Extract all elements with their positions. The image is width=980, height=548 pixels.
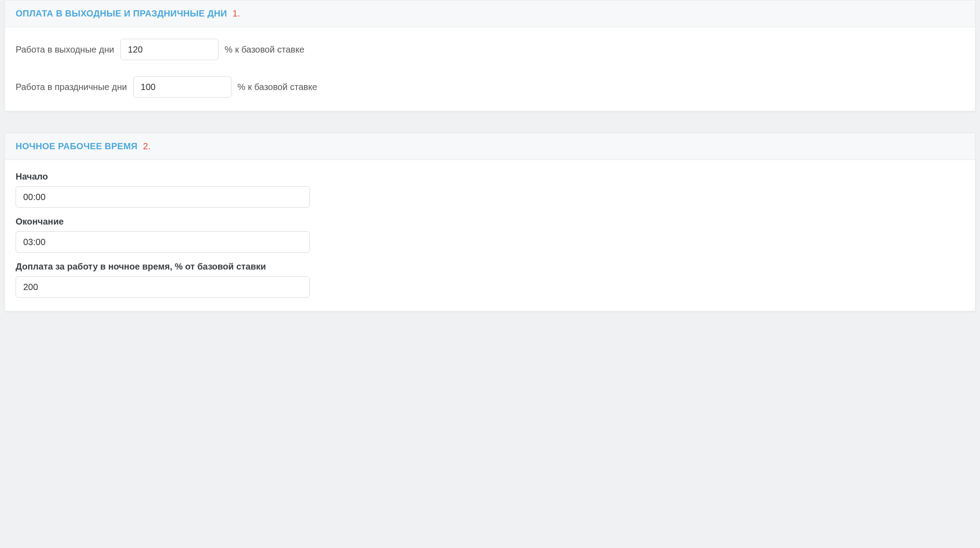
panel-body: Работа в выходные дни % к базовой ставке… <box>5 27 975 111</box>
weekend-pay-label: Работа в выходные дни <box>16 45 114 55</box>
night-end-label: Окончание <box>16 217 310 227</box>
night-end-input[interactable] <box>16 231 310 253</box>
annotation-marker: 1. <box>233 8 240 18</box>
panel-body: Начало Окончание Доплата за работу в ноч… <box>5 160 975 311</box>
weekend-holiday-pay-panel: ОПЛАТА В ВЫХОДНЫЕ И ПРАЗДНИЧНЫЕ ДНИ 1. Р… <box>4 0 976 111</box>
annotation-marker: 2. <box>143 141 151 151</box>
holiday-pay-suffix: % к базовой ставке <box>238 82 317 92</box>
night-surcharge-group: Доплата за работу в ночное время, % от б… <box>16 262 310 298</box>
weekend-pay-input[interactable] <box>120 39 218 60</box>
night-start-label: Начало <box>16 172 310 182</box>
night-end-group: Окончание <box>16 217 310 253</box>
night-start-input[interactable] <box>16 186 310 208</box>
panel-header: ОПЛАТА В ВЫХОДНЫЕ И ПРАЗДНИЧНЫЕ ДНИ 1. <box>5 0 975 27</box>
panel-header: НОЧНОЕ РАБОЧЕЕ ВРЕМЯ 2. <box>5 133 975 160</box>
holiday-pay-row: Работа в праздничные дни % к базовой ста… <box>16 76 964 98</box>
panel-title: ОПЛАТА В ВЫХОДНЫЕ И ПРАЗДНИЧНЫЕ ДНИ <box>16 8 227 18</box>
holiday-pay-input[interactable] <box>133 76 231 98</box>
night-start-group: Начало <box>16 172 310 208</box>
panel-title: НОЧНОЕ РАБОЧЕЕ ВРЕМЯ <box>16 141 137 151</box>
night-surcharge-input[interactable] <box>16 276 310 298</box>
weekend-pay-row: Работа в выходные дни % к базовой ставке <box>16 39 964 60</box>
night-work-panel: НОЧНОЕ РАБОЧЕЕ ВРЕМЯ 2. Начало Окончание… <box>4 133 976 311</box>
holiday-pay-label: Работа в праздничные дни <box>16 82 127 92</box>
night-surcharge-label: Доплата за работу в ночное время, % от б… <box>16 262 310 272</box>
weekend-pay-suffix: % к базовой ставке <box>225 45 305 55</box>
